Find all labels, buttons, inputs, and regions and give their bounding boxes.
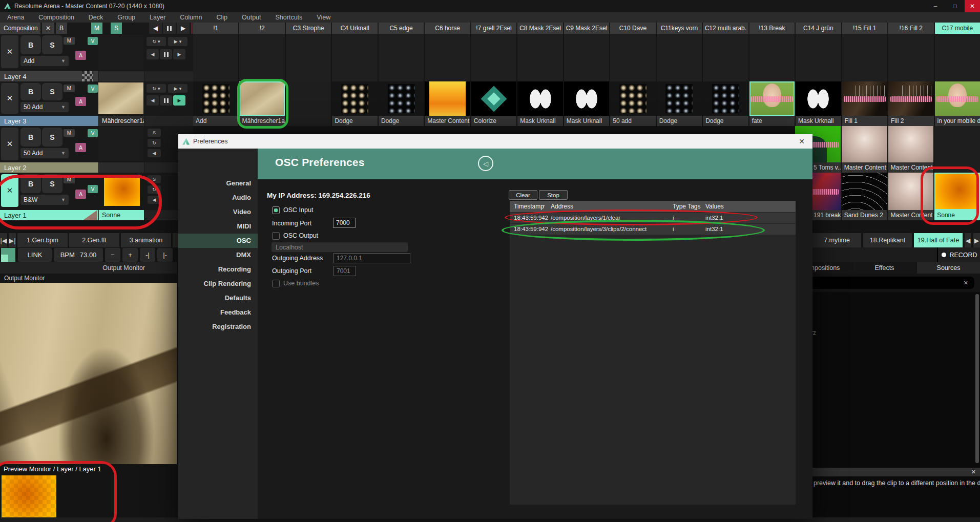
clip-cell[interactable]: Master Content 0... xyxy=(888,126,934,173)
deck-next-button[interactable]: ▶| xyxy=(9,233,16,247)
outgoing-address-input[interactable] xyxy=(333,253,410,263)
column-header[interactable]: C6 horse xyxy=(425,23,470,34)
column-header[interactable]: !7 grell 2Esel xyxy=(471,23,516,34)
column-values[interactable]: Values xyxy=(705,203,724,210)
clip-thumbnail[interactable] xyxy=(657,81,702,116)
clip-thumbnail[interactable] xyxy=(888,126,934,162)
clip-thumbnail[interactable] xyxy=(935,81,980,116)
clip-cell[interactable]: Master Content 0... xyxy=(888,173,934,220)
empty-clip-slot[interactable] xyxy=(610,34,655,81)
back-button[interactable]: ◁ xyxy=(478,156,493,171)
osc-message-row[interactable]: 18:43:59:942 /composition/layers/1/clear… xyxy=(510,213,796,223)
layer-play-button[interactable]: ▶ xyxy=(173,95,185,106)
composition-master-button[interactable]: M xyxy=(91,23,102,34)
menu-item[interactable]: Group xyxy=(110,12,142,23)
clip-label[interactable]: Fill 1 xyxy=(842,116,887,126)
layer-blend-dropdown[interactable]: 50 Add▼ xyxy=(20,148,69,158)
composition-label[interactable]: Composition xyxy=(0,23,40,34)
clip-cell[interactable]: Dodge xyxy=(379,81,424,126)
composition-play-button[interactable]: ▶ xyxy=(177,23,190,34)
browser-tab[interactable]: Effects xyxy=(853,262,916,274)
column-header[interactable]: !15 Fill 1 xyxy=(842,23,887,34)
sidebar-item[interactable]: Recording xyxy=(178,262,258,277)
link-button[interactable]: LINK xyxy=(18,248,52,262)
output-monitor-tab[interactable]: Output Monitor xyxy=(0,262,177,274)
deck-prev-button[interactable]: |◀ xyxy=(0,233,7,247)
menu-item[interactable]: Column xyxy=(173,12,209,23)
layer-clear-button[interactable]: ✕ xyxy=(1,174,18,207)
close-button[interactable]: ✕ xyxy=(965,0,980,12)
layer-bypass-button[interactable]: B xyxy=(20,174,41,193)
clip-cell[interactable] xyxy=(934,126,980,173)
layer-solo-mini-button[interactable]: S xyxy=(148,129,161,137)
column-header[interactable]: C9 Mask 2Esel xyxy=(564,23,609,34)
deck-scroll-left-button[interactable]: ◀ xyxy=(965,233,971,247)
layer-loop-mode-button[interactable]: ↻ xyxy=(148,185,161,194)
clip-cell[interactable]: Fill 2 xyxy=(888,81,933,126)
deck-tab[interactable]: 1.Gen.bpm xyxy=(17,233,68,247)
column-header[interactable]: C3 Strophe xyxy=(286,23,331,34)
sidebar-item[interactable]: Defaults xyxy=(178,291,258,305)
empty-clip-slot[interactable] xyxy=(471,34,516,81)
column-header[interactable]: !2 xyxy=(239,23,284,34)
layer-bypass-button[interactable]: B xyxy=(20,83,41,100)
layer-master-button[interactable]: M xyxy=(64,37,75,45)
layer-prev-clip-button[interactable]: ◀ xyxy=(148,149,161,157)
layer-blend-dropdown[interactable]: Add▼ xyxy=(20,56,69,66)
empty-clip-slot[interactable] xyxy=(935,34,980,81)
composition-prev-button[interactable]: ◀ xyxy=(149,23,162,34)
clip-cell[interactable]: Mähdrescher1a xyxy=(239,81,284,126)
layer-name[interactable]: Layer 2 xyxy=(0,162,98,173)
clip-cell[interactable]: Dodge xyxy=(332,81,377,126)
layer-prev-clip-button[interactable]: ◀ xyxy=(148,196,161,204)
clip-cell[interactable]: Sonne xyxy=(934,173,980,220)
clip-label[interactable]: Mask Urknall xyxy=(564,116,609,126)
layer-blend-dropdown[interactable]: B&W▼ xyxy=(20,195,69,205)
composition-pause-button[interactable] xyxy=(163,23,176,34)
incoming-port-input[interactable] xyxy=(333,218,356,228)
clip-thumbnail[interactable] xyxy=(471,81,516,116)
status-close-icon[interactable]: ✕ xyxy=(971,469,976,475)
dialog-close-button[interactable]: ✕ xyxy=(799,137,805,145)
clip-thumbnail[interactable] xyxy=(332,81,377,116)
clip-cell[interactable]: Master Content 0... xyxy=(842,126,887,173)
layer-name[interactable]: Layer 3 xyxy=(0,116,98,126)
clip-thumbnail[interactable] xyxy=(842,81,887,116)
clip-thumbnail[interactable] xyxy=(703,81,748,116)
clip-thumbnail[interactable] xyxy=(888,81,933,116)
column-header[interactable]: C4 Urknall xyxy=(332,23,377,34)
layer-direction-button[interactable]: ▶▾ xyxy=(168,84,187,93)
layer-master-button[interactable]: M xyxy=(64,85,75,92)
minimize-button[interactable]: – xyxy=(926,0,945,12)
bpm-decrease-button[interactable]: − xyxy=(105,248,120,262)
layer-master-button[interactable]: M xyxy=(64,129,75,137)
layer-video-button[interactable]: V xyxy=(88,85,98,93)
clip-thumbnail[interactable] xyxy=(379,81,424,116)
empty-clip-slot[interactable] xyxy=(842,34,887,81)
deck-tab[interactable]: 19.Hall of Fate xyxy=(914,233,963,247)
column-header[interactable]: !13 Break xyxy=(749,23,795,34)
use-bundles-checkbox[interactable] xyxy=(272,280,280,287)
layer-loop-mode-button[interactable]: ↻▾ xyxy=(147,37,166,46)
layer-loop-mode-button[interactable]: ↻▾ xyxy=(147,84,166,93)
menu-item[interactable]: View xyxy=(309,12,338,23)
sidebar-item[interactable]: Feedback xyxy=(178,305,258,320)
clip-label[interactable]: Master Content 0... xyxy=(425,116,470,126)
empty-clip-slot[interactable] xyxy=(239,34,284,81)
clip-cell[interactable]: in your mobile dxv xyxy=(935,81,980,126)
column-header[interactable]: C8 Mask 2Esel xyxy=(517,23,562,34)
clip-thumbnail[interactable] xyxy=(888,173,934,210)
layer-solo-button[interactable]: S xyxy=(42,83,62,100)
sidebar-item[interactable]: MIDI xyxy=(178,219,258,234)
record-button[interactable]: RECORD xyxy=(937,247,980,262)
menu-item[interactable]: Layer xyxy=(142,12,173,23)
layer-solo-mini-button[interactable]: S xyxy=(148,175,161,183)
clip-label[interactable]: Master Content 0... xyxy=(888,210,934,220)
empty-clip-slot[interactable] xyxy=(517,34,562,81)
empty-clip-slot[interactable] xyxy=(888,34,933,81)
clip-label[interactable]: Add xyxy=(193,116,238,126)
clip-label[interactable]: in your mobile dxv xyxy=(935,116,980,126)
column-header[interactable]: !16 Fill 2 xyxy=(888,23,933,34)
osc-output-checkbox[interactable] xyxy=(272,232,280,240)
clip-thumbnail[interactable] xyxy=(286,81,331,116)
